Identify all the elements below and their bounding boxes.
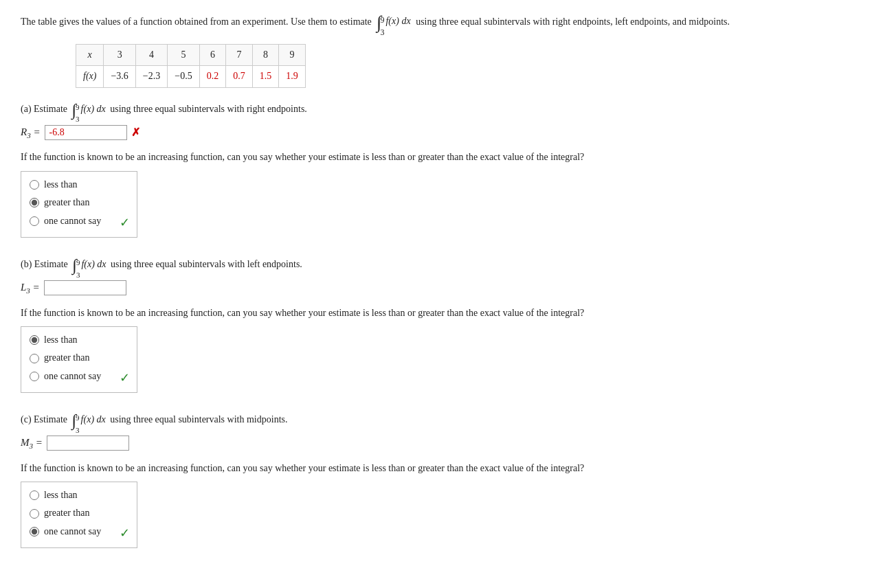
sec-b-label-cannot: one cannot say: [44, 369, 101, 384]
sec-a-expr: f(x) dx: [81, 102, 106, 117]
sec-b-input[interactable]: [44, 280, 126, 295]
sec-c-upper: 9: [76, 412, 80, 425]
table-val-3: 0.2: [199, 66, 226, 87]
table-header-5: 5: [168, 45, 199, 66]
sec-a-error-icon: ✗: [131, 124, 140, 142]
sec-c-radio-box: less than greater than one cannot say ✓: [21, 482, 137, 548]
section-a-label: (a) Estimate ∫ 9 3 f(x) dx using three e…: [21, 102, 864, 118]
table-header-x: x: [76, 45, 104, 66]
intro-text: The table gives the values of a function…: [21, 14, 864, 32]
sec-b-label-less: less than: [44, 332, 78, 348]
table-val-4: 0.7: [226, 66, 253, 87]
sec-b-upper: 9: [76, 257, 80, 269]
table-header-7: 7: [226, 45, 253, 66]
sec-c-option-2[interactable]: one cannot say: [30, 524, 128, 539]
section-c: (c) Estimate ∫ 9 3 f(x) dx using three e…: [21, 412, 864, 548]
sec-b-option-0[interactable]: less than: [30, 332, 128, 348]
sec-c-question: If the function is known to be an increa…: [21, 461, 864, 476]
sec-c-option-1[interactable]: greater than: [30, 506, 128, 521]
sec-b-radio-greater[interactable]: [30, 354, 39, 363]
section-a-answer-row: R3 = ✗: [21, 124, 864, 142]
section-b-label: (b) Estimate ∫ 9 3 f(x) dx using three e…: [21, 257, 864, 273]
table-header-8: 8: [252, 45, 279, 66]
sec-a-var-label: R3 =: [21, 124, 41, 142]
table-fx-label: f(x): [76, 66, 104, 87]
sec-a-question: If the function is known to be an increa…: [21, 150, 864, 165]
sec-b-radio-cannot[interactable]: [30, 372, 39, 381]
sec-c-check-icon: ✓: [120, 523, 130, 543]
table-header-9: 9: [279, 45, 306, 66]
integral-expr: f(x) dx: [385, 14, 410, 28]
sec-a-radio-less[interactable]: [30, 180, 39, 190]
table-val-2: −0.5: [168, 66, 199, 87]
sec-c-lower: 3: [76, 425, 80, 437]
sec-a-label-less: less than: [44, 177, 78, 192]
sec-a-option-2[interactable]: one cannot say: [30, 214, 128, 229]
sec-c-radio-cannot[interactable]: [30, 527, 39, 536]
table-val-0: −3.6: [104, 66, 135, 87]
sec-b-label-greater: greater than: [44, 350, 89, 365]
section-a: (a) Estimate ∫ 9 3 f(x) dx using three e…: [21, 102, 864, 238]
sec-a-radio-greater[interactable]: [30, 198, 39, 207]
sec-a-check-icon: ✓: [120, 213, 130, 233]
sec-a-option-1[interactable]: greater than: [30, 195, 128, 210]
sec-c-expr: f(x) dx: [81, 412, 106, 427]
sec-a-option-0[interactable]: less than: [30, 177, 128, 192]
sec-a-radio-cannot[interactable]: [30, 216, 39, 226]
section-b-answer-row: L3 =: [21, 279, 864, 297]
sec-c-label-greater: greater than: [44, 506, 89, 521]
intro-after: using three equal subintervals with righ…: [416, 16, 730, 27]
sec-c-var-label: M3 =: [21, 434, 43, 453]
sec-c-label-less: less than: [44, 488, 78, 503]
sec-b-check-icon: ✓: [120, 368, 130, 388]
sec-b-option-1[interactable]: greater than: [30, 350, 128, 365]
sec-b-lower: 3: [76, 269, 80, 282]
section-c-answer-row: M3 =: [21, 434, 864, 453]
sec-a-label-cannot: one cannot say: [44, 214, 101, 229]
sec-b-option-2[interactable]: one cannot say: [30, 369, 128, 384]
table-header-4: 4: [135, 45, 167, 66]
sec-b-radio-box: less than greater than one cannot say ✓: [21, 326, 137, 393]
sec-a-radio-box: less than greater than one cannot say ✓: [21, 171, 137, 238]
table-val-5: 1.5: [252, 66, 279, 87]
sec-a-upper: 9: [76, 102, 80, 114]
sec-c-label-cannot: one cannot say: [44, 524, 101, 539]
table-val-6: 1.9: [279, 66, 306, 87]
sec-b-var-label: L3 =: [21, 279, 40, 297]
sec-b-radio-less[interactable]: [30, 335, 39, 345]
sec-c-radio-greater[interactable]: [30, 509, 39, 519]
data-table: x 3 4 5 6 7 8 9 f(x) −3.6 −2.3 −0.5 0.2 …: [76, 44, 306, 88]
sec-b-expr: f(x) dx: [81, 257, 106, 272]
sec-a-label-greater: greater than: [44, 195, 89, 210]
section-b: (b) Estimate ∫ 9 3 f(x) dx using three e…: [21, 257, 864, 393]
section-c-label: (c) Estimate ∫ 9 3 f(x) dx using three e…: [21, 412, 864, 429]
sec-c-input[interactable]: [47, 436, 129, 451]
intro-before: The table gives the values of a function…: [21, 16, 372, 27]
sec-a-lower: 3: [76, 113, 80, 126]
table-header-6: 6: [199, 45, 226, 66]
sec-b-question: If the function is known to be an increa…: [21, 306, 864, 321]
table-header-3: 3: [104, 45, 135, 66]
sec-c-option-0[interactable]: less than: [30, 488, 128, 503]
sec-c-radio-less[interactable]: [30, 490, 39, 500]
sec-a-input[interactable]: [45, 125, 127, 140]
table-val-1: −2.3: [135, 66, 167, 87]
